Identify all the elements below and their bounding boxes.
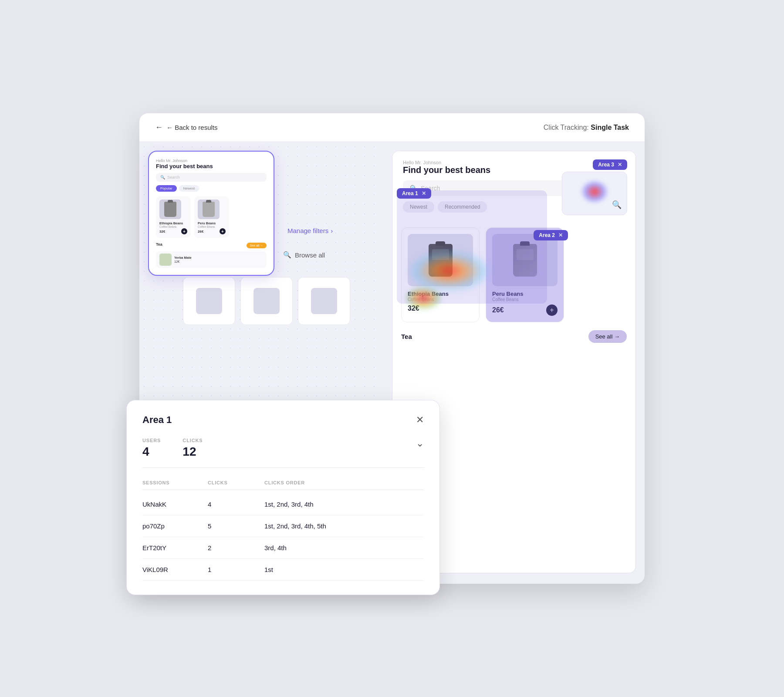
area-3-search-icon: 🔍 bbox=[612, 200, 622, 210]
area-2-close-button[interactable]: ✕ bbox=[558, 232, 563, 238]
back-label: ← Back to results bbox=[166, 124, 218, 131]
clicks-label: CLICKS bbox=[182, 438, 203, 443]
stat-clicks: CLICKS 12 bbox=[182, 438, 203, 459]
tracking-label: Click Tracking: bbox=[544, 124, 589, 131]
row1-session: UkNakK bbox=[142, 501, 203, 508]
area-3-label: Area 3 ✕ bbox=[593, 159, 627, 170]
tea-label: Tea bbox=[401, 333, 412, 340]
thumb-card-2[interactable] bbox=[240, 277, 293, 325]
mobile-preview-card: Hello Mr. Johnson Find your best beans 🔍… bbox=[148, 151, 274, 276]
header: ← ← Back to results Click Tracking: Sing… bbox=[139, 113, 645, 142]
manage-filters-chevron-icon: › bbox=[331, 227, 333, 234]
row3-clicks: 2 bbox=[208, 544, 260, 552]
product-img-ethiopia bbox=[408, 234, 473, 286]
mp-product-price-peru: 26€ + bbox=[198, 228, 226, 234]
row3-session: ErT20tY bbox=[142, 544, 203, 552]
panel-header: Area 1 ✕ bbox=[142, 414, 424, 426]
col-order: CLICKS ORDER bbox=[264, 480, 424, 485]
see-all-button[interactable]: See all → bbox=[588, 330, 627, 343]
mp-greeting: Hello Mr. Johnson bbox=[156, 159, 267, 163]
thumb-card-3[interactable] bbox=[298, 277, 350, 325]
tea-section: Tea See all → bbox=[392, 327, 635, 346]
panel-close-button[interactable]: ✕ bbox=[416, 414, 424, 426]
mp-product-img-peru bbox=[198, 200, 220, 219]
area-2-label: Area 2 ✕ bbox=[534, 230, 568, 240]
col-clicks: CLICKS bbox=[208, 480, 260, 485]
mp-tea-label: Tea bbox=[156, 242, 162, 247]
mp-tea-row: Tea See all → bbox=[156, 242, 267, 249]
clicks-value: 12 bbox=[182, 445, 203, 459]
coffee-bag-large-icon bbox=[429, 244, 453, 277]
mp-tea-img bbox=[159, 254, 172, 266]
table-header: SESSIONS CLICKS CLICKS ORDER bbox=[142, 480, 424, 490]
header-title: Click Tracking: Single Task bbox=[544, 124, 629, 132]
mp-product-sub-ethiopia: Coffee Beans bbox=[159, 225, 187, 228]
product-card-ethiopia[interactable]: Ethiopia Beans Coffee Beans 32€ bbox=[401, 227, 480, 322]
row4-order: 1st bbox=[264, 566, 424, 573]
analytics-panel: Area 1 ✕ USERS 4 CLICKS 12 ⌄ bbox=[126, 400, 440, 595]
stat-users: USERS 4 bbox=[142, 438, 161, 459]
back-button[interactable]: ← ← Back to results bbox=[155, 123, 218, 132]
area-1-label: Area 1 ✕ bbox=[397, 188, 431, 199]
row2-session: po70Zp bbox=[142, 522, 203, 530]
area-1-close-button[interactable]: ✕ bbox=[422, 190, 426, 196]
area-3-container: Area 3 ✕ 🔍 bbox=[562, 159, 627, 215]
table-row: po70Zp 5 1st, 2nd, 3rd, 4th, 5th bbox=[142, 515, 424, 537]
users-value: 4 bbox=[142, 445, 161, 459]
mp-search-icon: 🔍 bbox=[160, 175, 165, 179]
area-3-close-button[interactable]: ✕ bbox=[618, 162, 622, 168]
col-sessions: SESSIONS bbox=[142, 480, 203, 485]
row2-order: 1st, 2nd, 3rd, 4th, 5th bbox=[264, 522, 424, 530]
mp-tea-name: Yerba Mate bbox=[174, 256, 192, 260]
mp-product-name-peru: Peru Beans bbox=[198, 221, 226, 225]
outer-container: ← ← Back to results Click Tracking: Sing… bbox=[139, 113, 645, 584]
panel-stats: USERS 4 CLICKS 12 ⌄ bbox=[142, 438, 424, 468]
left-panel: Hello Mr. Johnson Find your best beans 🔍… bbox=[139, 142, 383, 582]
task-label: Single Task bbox=[591, 124, 629, 131]
mp-product-price-ethiopia: 32€ + bbox=[159, 228, 187, 234]
mp-filter-popular[interactable]: Popular bbox=[156, 185, 177, 192]
mp-product-img-ethiopia bbox=[159, 200, 181, 219]
row3-order: 3rd, 4th bbox=[264, 544, 424, 552]
thumb-img-3 bbox=[311, 288, 337, 314]
filter-newest[interactable]: Newest bbox=[403, 201, 434, 213]
browse-all-button[interactable]: 🔍 Browse all bbox=[283, 251, 325, 259]
heatmap-blob-2 bbox=[406, 287, 441, 309]
mp-product-sub-peru: Coffee Beans bbox=[198, 225, 226, 228]
coffee-bag-icon bbox=[164, 202, 176, 217]
thumb-img-1 bbox=[196, 288, 222, 314]
users-label: USERS bbox=[142, 438, 161, 443]
mp-add-btn-ethiopia[interactable]: + bbox=[181, 228, 187, 234]
mp-search-text: Search bbox=[167, 175, 180, 179]
coffee-bag-peru-icon bbox=[203, 202, 215, 217]
mp-products: Ethiopia Beans Coffee Beans 32€ + Peru B… bbox=[156, 196, 267, 238]
products-grid: Ethiopia Beans Coffee Beans 32€ bbox=[401, 227, 627, 322]
mp-search-bar[interactable]: 🔍 Search bbox=[156, 173, 267, 182]
thumb-card-1[interactable] bbox=[183, 277, 235, 325]
filter-recommended[interactable]: Recommended bbox=[438, 201, 487, 213]
row1-order: 1st, 2nd, 3rd, 4th bbox=[264, 501, 424, 508]
panel-title: Area 1 bbox=[142, 414, 172, 426]
mp-add-btn-peru[interactable]: + bbox=[220, 228, 226, 234]
table-row: ViKL09R 1 1st bbox=[142, 559, 424, 581]
mp-product-ethiopia: Ethiopia Beans Coffee Beans 32€ + bbox=[156, 196, 191, 238]
mp-filter-row: Popular Newest bbox=[156, 185, 267, 192]
area-1-text: Area 1 bbox=[402, 190, 418, 196]
manage-filters-button[interactable]: Manage filters › bbox=[287, 227, 333, 234]
browse-all-label: Browse all bbox=[295, 251, 325, 259]
panel-collapse-button[interactable]: ⌄ bbox=[416, 438, 424, 459]
mp-product-peru: Peru Beans Coffee Beans 26€ + bbox=[194, 196, 229, 238]
area-3-text: Area 3 bbox=[598, 162, 614, 168]
row1-clicks: 4 bbox=[208, 501, 260, 508]
product-card-peru[interactable]: Area 2 ✕ Peru Beans Coffee Beans 26€ bbox=[486, 227, 564, 322]
main-content: Hello Mr. Johnson Find your best beans 🔍… bbox=[139, 142, 645, 582]
area-2-text: Area 2 bbox=[539, 232, 555, 238]
back-arrow-icon: ← bbox=[155, 123, 163, 132]
panel-table: SESSIONS CLICKS CLICKS ORDER UkNakK 4 1s… bbox=[142, 480, 424, 581]
product-thumbnails bbox=[183, 277, 350, 325]
area-2-overlay bbox=[486, 228, 564, 322]
mp-filter-newest[interactable]: Newest bbox=[179, 185, 199, 192]
row2-clicks: 5 bbox=[208, 522, 260, 530]
mp-see-all[interactable]: See all → bbox=[247, 243, 267, 248]
table-row: ErT20tY 2 3rd, 4th bbox=[142, 537, 424, 559]
